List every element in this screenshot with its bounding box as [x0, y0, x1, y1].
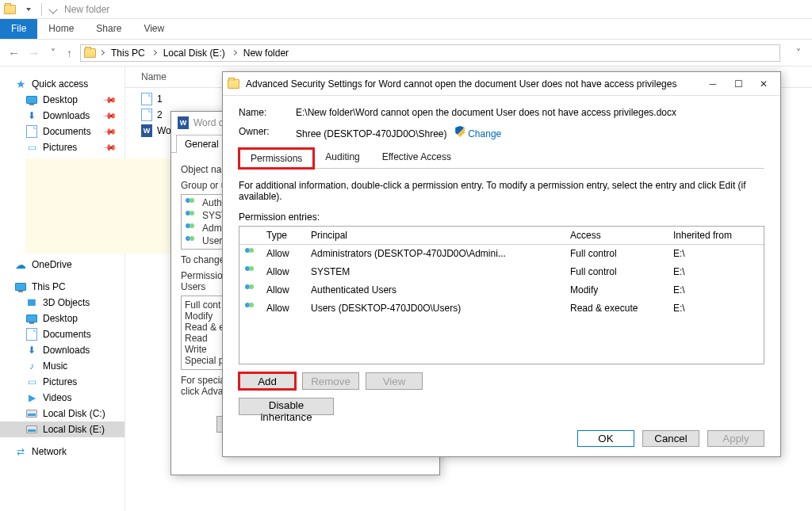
tab-effective-access[interactable]: Effective Access: [371, 147, 462, 168]
quickaccess-chevron-icon[interactable]: [48, 5, 57, 13]
sidebar-item-thispc[interactable]: This PC: [0, 279, 124, 295]
user-icon: [244, 266, 259, 276]
ok-button[interactable]: OK: [577, 430, 634, 447]
apply-button[interactable]: Apply: [707, 430, 764, 447]
document-icon: [25, 329, 38, 340]
desktop-icon: [25, 313, 38, 324]
pin-icon: 📌: [102, 93, 117, 108]
table-row[interactable]: AllowAdministrators (DESKTOP-470JD0O\Adm…: [239, 245, 764, 263]
ribbon-view[interactable]: View: [132, 19, 175, 39]
word-icon: W: [141, 124, 152, 137]
table-row[interactable]: AllowSYSTEMFull controlE:\: [239, 263, 764, 281]
pc-icon: [14, 281, 27, 292]
explorer-titlebar: New folder: [0, 0, 812, 19]
user-icon: [244, 284, 259, 294]
sidebar-item-desktop2[interactable]: Desktop: [0, 311, 124, 326]
user-icon: [185, 198, 199, 208]
sidebar-item-quickaccess[interactable]: ★Quick access: [0, 76, 124, 92]
sidebar-item-onedrive[interactable]: ☁OneDrive: [0, 257, 124, 273]
disk-icon: [25, 408, 38, 419]
shield-icon: [455, 126, 465, 137]
sidebar-item-music[interactable]: ♪Music: [0, 358, 124, 374]
close-button[interactable]: ✕: [752, 75, 776, 93]
table-header: Type Principal Access Inherited from: [239, 227, 764, 245]
up-icon[interactable]: ↑: [67, 47, 72, 59]
user-icon: [185, 211, 199, 220]
maximize-button[interactable]: ☐: [726, 75, 750, 93]
document-icon: [25, 126, 38, 137]
add-button[interactable]: Add: [239, 372, 296, 390]
history-chevron-icon[interactable]: ˅: [48, 48, 59, 59]
table-row[interactable]: AllowAuthenticated UsersModifyE:\: [239, 281, 764, 299]
folder-icon: [84, 48, 96, 58]
sidebar-item-pictures2[interactable]: ▭Pictures: [0, 374, 124, 390]
download-icon: ⬇: [25, 110, 38, 121]
name-label: Name:: [239, 107, 296, 118]
remove-button[interactable]: Remove: [302, 372, 359, 390]
sidebar-item-diskc[interactable]: Local Disk (C:): [0, 406, 124, 421]
cloud-icon: ☁: [14, 259, 27, 270]
table-row[interactable]: AllowUsers (DESKTOP-470JD0O\Users)Read &…: [239, 299, 764, 318]
sidebar-item-diske[interactable]: Local Disk (E:): [0, 421, 124, 437]
user-icon: [244, 303, 259, 312]
pin-icon: 📌: [102, 109, 117, 124]
user-icon: [185, 236, 199, 246]
breadcrumb-thispc[interactable]: This PC: [108, 48, 148, 59]
cancel-button[interactable]: Cancel: [642, 430, 699, 447]
disk-icon: [25, 424, 38, 435]
user-icon: [244, 248, 259, 257]
sidebar-item-downloads[interactable]: ⬇Downloads📌: [0, 108, 124, 124]
desktop-icon: [25, 94, 38, 105]
sidebar-item-network[interactable]: ⇄Network: [0, 444, 124, 460]
dialog-tabs: Permissions Auditing Effective Access: [239, 147, 764, 169]
advanced-security-dialog: Advanced Security Settings for Word cann…: [222, 71, 781, 457]
star-icon: ★: [14, 78, 27, 90]
nav-pane: ★Quick access Desktop📌 ⬇Downloads📌 Docum…: [0, 67, 125, 511]
dialog-titlebar: Advanced Security Settings for Word cann…: [223, 72, 780, 96]
view-button[interactable]: View: [366, 372, 423, 390]
cube-icon: ⯀: [25, 297, 38, 308]
sidebar-item-downloads2[interactable]: ⬇Downloads: [0, 342, 124, 358]
breadcrumb[interactable]: This PC Local Disk (E:) New folder: [80, 44, 780, 62]
down-arrow-icon[interactable]: [19, 0, 38, 19]
sidebar-pinned-area: [0, 155, 124, 257]
permission-entries-label: Permission entries:: [239, 212, 764, 223]
sidebar-item-pictures[interactable]: ▭Pictures📌: [0, 139, 124, 155]
sidebar-item-videos[interactable]: ▶Videos: [0, 390, 124, 406]
addr-dropdown-icon[interactable]: ˅: [793, 48, 804, 59]
file-icon: [141, 109, 152, 121]
info-text: For additional information, double-click…: [239, 180, 764, 202]
ribbon-home[interactable]: Home: [37, 19, 85, 39]
music-icon: ♪: [25, 360, 38, 372]
pin-icon: 📌: [102, 124, 117, 139]
ribbon-share[interactable]: Share: [85, 19, 132, 39]
sidebar-item-desktop[interactable]: Desktop📌: [0, 92, 124, 108]
dialog-title: Advanced Security Settings for Word cann…: [246, 78, 701, 90]
owner-label: Owner:: [239, 126, 296, 139]
sidebar-item-3dobjects[interactable]: ⯀3D Objects: [0, 295, 124, 311]
pin-icon: 📌: [102, 140, 117, 155]
change-link[interactable]: Change: [468, 128, 501, 139]
folder-icon: [228, 79, 239, 89]
breadcrumb-folder[interactable]: New folder: [240, 48, 292, 59]
back-icon[interactable]: ←: [8, 46, 20, 59]
permission-table[interactable]: Type Principal Access Inherited from All…: [239, 226, 764, 364]
folder-icon: [0, 0, 19, 19]
network-icon: ⇄: [14, 446, 27, 457]
forward-icon: →: [28, 46, 40, 59]
ribbon-file[interactable]: File: [0, 19, 37, 39]
tab-auditing[interactable]: Auditing: [314, 147, 370, 168]
sidebar-item-documents[interactable]: Documents📌: [0, 124, 124, 139]
tab-general[interactable]: General: [176, 135, 228, 153]
sidebar-item-documents2[interactable]: Documents: [0, 326, 124, 342]
minimize-button[interactable]: ─: [701, 75, 725, 93]
picture-icon: ▭: [25, 376, 38, 387]
disable-inheritance-button[interactable]: Disable inheritance: [239, 398, 334, 415]
breadcrumb-disk[interactable]: Local Disk (E:): [160, 48, 228, 59]
tab-permissions[interactable]: Permissions: [239, 148, 314, 169]
name-value: E:\New folder\Word cannot open the docum…: [296, 107, 676, 118]
owner-value: Shree (DESKTOP-470JD0O\Shree) Change: [296, 126, 501, 139]
user-icon: [185, 223, 199, 233]
window-title: New folder: [64, 4, 109, 15]
video-icon: ▶: [25, 392, 38, 403]
